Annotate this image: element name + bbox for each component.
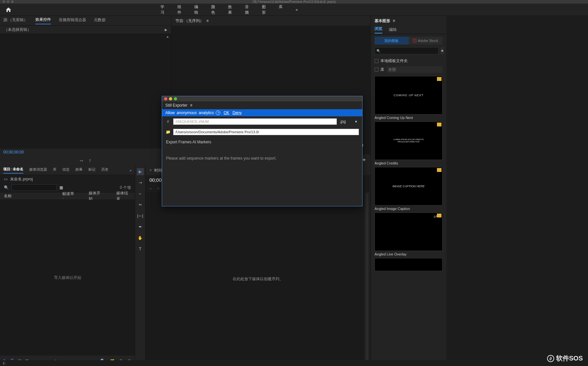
tab-source[interactable]: 源:（无剪辑） [3, 17, 28, 24]
dialog-min-icon[interactable] [169, 97, 172, 100]
workspace-bar: 学习 组件 编辑 颜色 效果 音频 图形 库 » [0, 4, 588, 16]
min-dot[interactable] [7, 0, 9, 3]
tab-project[interactable]: 项目: 未命名 [3, 167, 23, 174]
filename-pattern-input[interactable] [173, 118, 337, 125]
local-folder-checkbox[interactable]: 本地模板文件夹 [371, 57, 446, 65]
seg-my-templates[interactable]: 我的模板 [375, 37, 409, 45]
egp-tab-edit[interactable]: 编辑 [389, 27, 397, 33]
analytics-ok-link[interactable]: OK [224, 111, 229, 115]
template-item[interactable]: COMING UP NEXT Angled Coming Up Next [375, 76, 442, 120]
home-button[interactable] [6, 6, 11, 14]
still-exporter-dialog: Still Exporter ≡ Allow anonymous analyti… [162, 96, 363, 206]
ws-edit[interactable]: 编辑 [194, 4, 198, 15]
mogrt-badge-icon [437, 168, 441, 172]
library-checkbox[interactable]: 库 全部 [371, 65, 446, 74]
hash-icon: # [165, 119, 171, 124]
ws-effects[interactable]: 效果 [228, 4, 232, 15]
no-clip-label: （未选择剪辑） [4, 27, 31, 33]
output-path-input[interactable] [173, 129, 359, 135]
dialog-titlebar[interactable] [162, 96, 362, 101]
audio-meter [364, 192, 370, 366]
tab-media-browser[interactable]: 媒体浏览器 [29, 167, 47, 173]
title-path: /用户/orsoon/文稿/Adobe/Premiere Pro/13.0/未命… [252, 0, 336, 4]
insert-icon[interactable]: ⬦ [149, 186, 152, 190]
favorite-filter-icon[interactable]: ★ [441, 47, 444, 54]
tab-metadata[interactable]: 元数据 [94, 17, 106, 24]
folder-icon[interactable]: 📁 [165, 130, 171, 134]
project-search-input[interactable] [11, 184, 57, 191]
col-name[interactable]: 名称 [4, 193, 49, 199]
template-item[interactable]: LOREM IPSUM DOLOR CREDITSPRODUCER DIRECT… [375, 122, 442, 165]
watermark: ∂ 软件SOS [547, 354, 583, 363]
template-caption: Angled Image Caption [375, 207, 442, 211]
ws-overflow-icon[interactable]: » [296, 7, 298, 12]
ws-color[interactable]: 颜色 [211, 4, 215, 15]
tab-markers[interactable]: 标记 [88, 167, 96, 173]
dialog-close-icon[interactable] [164, 97, 167, 100]
tool-palette: ▶ ⇢ ↔ ✂ |↔| ✒ ✋ T [135, 165, 146, 366]
seg-adobe-stock[interactable]: 🅂Adobe Stock [409, 37, 443, 45]
mogrt-badge-icon [437, 214, 441, 217]
project-drop-area[interactable]: 导入媒体以开始 [0, 200, 135, 356]
program-menu-icon[interactable]: ≡ [206, 19, 209, 23]
egp-tab-browse[interactable]: 浏览 [375, 26, 382, 33]
timeline-drop-area[interactable]: 在此处放下媒体以创建序列。 [146, 192, 370, 366]
ws-audio[interactable]: 音频 [245, 4, 249, 15]
mogrt-badge-icon [437, 123, 441, 126]
extension-label: .jpg [339, 119, 352, 124]
ripple-tool[interactable]: ↔ [137, 190, 144, 197]
tab-audio-mixer[interactable]: 音频剪辑混合器 [59, 17, 86, 24]
library-select[interactable]: 全部 [386, 66, 442, 73]
timeline-close-icon[interactable]: × [149, 168, 152, 173]
workspace-tabs: 学习 组件 编辑 颜色 效果 音频 图形 库 [160, 4, 283, 15]
egp-menu-icon[interactable]: ≡ [393, 19, 395, 23]
traffic-lights[interactable] [3, 0, 14, 3]
razor-tool[interactable]: ✂ [137, 201, 144, 208]
project-filename: 未命名.prproj [10, 176, 33, 182]
extension-dropdown-icon[interactable]: ▾ [355, 119, 359, 124]
tab-history[interactable]: 历史 [101, 167, 109, 173]
project-file-icon: ▭ [4, 177, 7, 181]
ws-assembly[interactable]: 组件 [177, 4, 181, 15]
egp-title[interactable]: 基本图形 [375, 18, 390, 24]
add-button-icon[interactable]: + [362, 157, 366, 163]
tab-effect-controls[interactable]: 效果控件 [35, 17, 51, 24]
program-label[interactable]: 节目:（无序列） [175, 18, 204, 24]
mark-in-icon[interactable]: ↦ [80, 158, 83, 163]
selection-tool[interactable]: ▶ [137, 168, 144, 175]
source-timecode: 00;00;00;00 [0, 149, 171, 156]
ws-graphics[interactable]: 图形 [262, 4, 266, 15]
dialog-menu-icon[interactable]: ≡ [190, 103, 192, 108]
filter-icon[interactable]: ▦ [59, 185, 63, 190]
source-panel: 源:（无剪辑） 效果控件 音频剪辑混合器 元数据 （未选择剪辑） ▶ ▲ 00;… [0, 16, 172, 165]
tab-libraries[interactable]: 库 [53, 167, 57, 173]
collapse-icon[interactable]: ▶ [165, 28, 167, 32]
snap-icon[interactable]: ∩ [157, 186, 160, 190]
template-item[interactable] [375, 258, 442, 271]
template-item[interactable]: LIVE Angled Live Overlay [375, 213, 442, 256]
analytics-deny-link[interactable]: Deny [233, 111, 242, 115]
expand-icon[interactable]: ▲ [166, 35, 169, 38]
project-tabs-overflow-icon[interactable]: » [130, 168, 132, 172]
pen-tool[interactable]: ✒ [137, 223, 144, 230]
track-select-tool[interactable]: ⇢ [137, 179, 144, 186]
template-caption: Angled Coming Up Next [375, 116, 442, 120]
close-dot[interactable] [3, 0, 5, 3]
egp-search-input[interactable] [375, 47, 439, 54]
template-item[interactable]: IMAGE CAPTION HERE Angled Image Caption [375, 167, 442, 211]
type-tool[interactable]: T [137, 245, 144, 253]
hand-tool[interactable]: ✋ [137, 234, 144, 242]
essential-graphics-panel: 基本图形 ≡ 浏览 编辑 我的模板 🅂Adobe Stock 🔍 ★ 本地模板文… [370, 16, 446, 366]
help-icon[interactable]: ? [216, 111, 220, 115]
tab-effects[interactable]: 效果 [75, 167, 83, 173]
slip-tool[interactable]: |↔| [137, 212, 144, 219]
ws-learn[interactable]: 学习 [160, 4, 164, 15]
max-dot[interactable] [11, 0, 14, 3]
dialog-max-icon[interactable] [174, 97, 177, 100]
tab-info[interactable]: 信息 [62, 167, 70, 173]
export-icon[interactable]: ⇪ [88, 158, 92, 163]
col-rate[interactable]: 帧速率 ˄ [62, 191, 76, 201]
ws-lib[interactable]: 库 [279, 4, 283, 15]
source-transport: ↦ ⇪ [0, 156, 171, 165]
status-icon: ◐ [3, 361, 6, 365]
